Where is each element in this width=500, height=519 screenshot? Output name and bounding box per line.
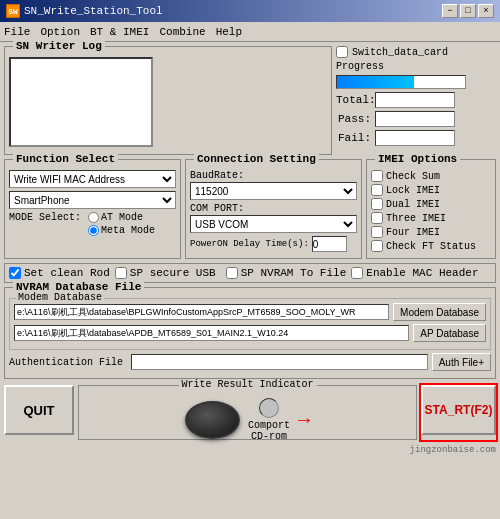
check-ft-checkbox[interactable]: [371, 240, 383, 252]
title-bar: SW SN_Write_Station_Tool − □ ×: [0, 0, 500, 22]
menu-help[interactable]: Help: [216, 26, 242, 38]
enable-mac-label[interactable]: Enable MAC Header: [351, 267, 478, 279]
lock-imei-checkbox[interactable]: [371, 184, 383, 196]
modem-database-button[interactable]: Modem Database: [393, 303, 486, 321]
com-row: COM PORT: USB VCOM: [190, 203, 357, 233]
three-imei-checkbox[interactable]: [371, 212, 383, 224]
connection-setting-group: Connection Setting BaudRate: 115200 COM …: [185, 159, 362, 259]
four-imei-checkbox[interactable]: [371, 226, 383, 238]
smartphone-row: SmartPhone: [9, 191, 176, 209]
pass-input[interactable]: [375, 111, 455, 127]
check-ft-label: Check FT Status: [386, 241, 476, 252]
app-icon: SW: [6, 4, 20, 18]
function-select-group: Function Select Write WIFI MAC Address S…: [4, 159, 181, 259]
fail-input[interactable]: [375, 130, 455, 146]
mode-select-label: MODE Select:: [9, 212, 81, 236]
at-mode-text: AT Mode: [101, 212, 143, 223]
quit-button[interactable]: QUIT: [4, 385, 74, 435]
sp-nvram-checkbox[interactable]: [226, 267, 238, 279]
menu-option[interactable]: Option: [40, 26, 80, 38]
smartphone-dropdown[interactable]: SmartPhone: [9, 191, 176, 209]
sp-backup-row: Set clean Rod SP secure USB SP NVRAM To …: [4, 263, 496, 283]
arrow-icon: →: [298, 409, 310, 432]
auth-file-button[interactable]: Auth File+: [432, 353, 491, 371]
set-clean-checkbox[interactable]: [9, 267, 21, 279]
check-sum-checkbox[interactable]: [371, 170, 383, 182]
sp-secure-usb-text: SP secure USB: [130, 267, 216, 279]
enable-mac-checkbox[interactable]: [351, 267, 363, 279]
menu-bt-imei[interactable]: BT & IMEI: [90, 26, 149, 38]
dual-imei-label: Dual IMEI: [386, 199, 440, 210]
start-button-label: STA_RT(F2): [425, 403, 493, 417]
lock-imei-label: Lock IMEI: [386, 185, 440, 196]
three-imei-label: Three IMEI: [386, 213, 446, 224]
connection-setting-title: Connection Setting: [194, 153, 319, 165]
auth-file-label: Authentication File: [9, 357, 123, 368]
sp-nvram-label[interactable]: SP NVRAM To File: [226, 267, 347, 279]
imei-options-title: IMEI Options: [375, 153, 460, 165]
delay-row: PowerON Delay Time(s):: [190, 236, 357, 252]
at-mode-label[interactable]: AT Mode: [88, 212, 155, 223]
log-textarea[interactable]: [9, 57, 153, 147]
mode-select-row: MODE Select: AT Mode Meta Mode: [9, 212, 176, 236]
log-area: SN Writer Log Switch_data_card Progress …: [4, 46, 496, 155]
comport-section: Comport CD-rom: [248, 398, 290, 442]
menu-bar: File Option BT & IMEI Combine Help: [0, 22, 500, 42]
lock-imei-row: Lock IMEI: [371, 184, 491, 196]
maximize-button[interactable]: □: [460, 4, 476, 18]
meta-mode-radio[interactable]: [88, 225, 99, 236]
comport-indicator: [259, 398, 279, 418]
com-select[interactable]: USB VCOM: [190, 215, 357, 233]
fail-label: Fail:: [336, 132, 371, 144]
progress-label: Progress: [336, 61, 496, 72]
sp-secure-usb-checkbox[interactable]: [115, 267, 127, 279]
auth-file-input[interactable]: [131, 354, 428, 370]
nvram-database-group: NVRAM Database File Modem Database Modem…: [4, 287, 496, 379]
oval-button[interactable]: [185, 401, 240, 439]
check-sum-label: Check Sum: [386, 171, 440, 182]
start-btn-wrapper: STA_RT(F2): [421, 385, 496, 440]
modem-path-input[interactable]: [14, 304, 389, 320]
pass-row: Pass:: [336, 111, 496, 127]
ap-path-input[interactable]: [14, 325, 409, 341]
function-select-title: Function Select: [13, 153, 118, 165]
total-input[interactable]: [375, 92, 455, 108]
ap-path-row: AP Database: [14, 324, 486, 342]
delay-input[interactable]: [312, 236, 347, 252]
at-mode-radio[interactable]: [88, 212, 99, 223]
write-result-title: Write Result Indicator: [178, 379, 316, 390]
menu-combine[interactable]: Combine: [159, 26, 205, 38]
check-sum-row: Check Sum: [371, 170, 491, 182]
check-ft-row: Check FT Status: [371, 240, 491, 252]
set-clean-label[interactable]: Set clean Rod: [9, 267, 110, 279]
function-select-dropdown[interactable]: Write WIFI MAC Address: [9, 170, 176, 188]
dual-imei-checkbox[interactable]: [371, 198, 383, 210]
wifi-select-row: Write WIFI MAC Address: [9, 170, 176, 188]
minimize-button[interactable]: −: [442, 4, 458, 18]
baud-select[interactable]: 115200: [190, 182, 357, 200]
three-imei-row: Three IMEI: [371, 212, 491, 224]
watermark: jingzonbaise.com: [4, 445, 496, 455]
sp-nvram-text: SP NVRAM To File: [241, 267, 347, 279]
window-title: SN_Write_Station_Tool: [24, 5, 163, 17]
switch-row: Switch_data_card: [336, 46, 496, 58]
total-row: Total:: [336, 92, 496, 108]
ap-database-button[interactable]: AP Database: [413, 324, 486, 342]
middle-row: Function Select Write WIFI MAC Address S…: [4, 159, 496, 259]
baud-label: BaudRate:: [190, 170, 357, 181]
switch-data-card-checkbox[interactable]: [336, 46, 348, 58]
pass-label: Pass:: [336, 113, 371, 125]
comport-label: Comport: [248, 420, 290, 431]
sp-secure-usb-label[interactable]: SP secure USB: [115, 267, 216, 279]
meta-mode-text: Meta Mode: [101, 225, 155, 236]
menu-file[interactable]: File: [4, 26, 30, 38]
write-result-inner: Comport CD-rom →: [185, 398, 310, 442]
start-button[interactable]: STA_RT(F2): [421, 385, 496, 435]
right-panel: Switch_data_card Progress Total: Pass: F…: [336, 46, 496, 155]
fail-row: Fail:: [336, 130, 496, 146]
meta-mode-label[interactable]: Meta Mode: [88, 225, 155, 236]
close-button[interactable]: ×: [478, 4, 494, 18]
main-content: SN Writer Log Switch_data_card Progress …: [0, 42, 500, 459]
set-clean-text: Set clean Rod: [24, 267, 110, 279]
baud-row: BaudRate: 115200: [190, 170, 357, 200]
